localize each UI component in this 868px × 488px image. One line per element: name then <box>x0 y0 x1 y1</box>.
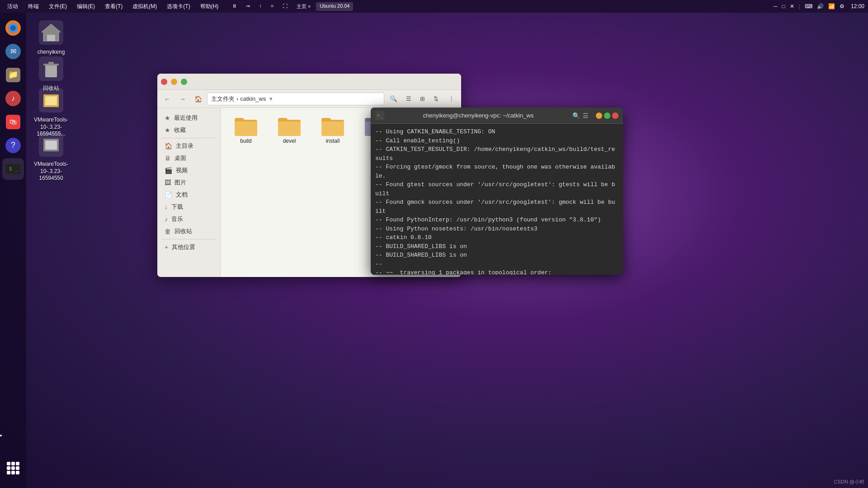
taskbar-terminal[interactable]: 终端 <box>24 2 42 11</box>
taskbar-input-icon[interactable]: ⌨ <box>805 3 812 9</box>
dock-rhythmbox[interactable]: ♪ <box>2 88 24 109</box>
term-app-icon: >_ <box>375 111 384 120</box>
desktop-icon-home[interactable]: chenyikeng <box>31 18 71 56</box>
dock-thunderbird[interactable]: ✉ <box>2 41 24 62</box>
taskbar-home-tab[interactable]: 主页 × <box>293 2 314 11</box>
taskbar-share-btn[interactable]: ⌗ <box>267 2 277 11</box>
fm-sidebar-divider2 <box>161 239 217 239</box>
taskbar-send-btn[interactable]: ⇒ <box>242 2 254 11</box>
taskbar-minimize-icon[interactable]: ─ <box>774 3 778 9</box>
fm-menu-btn[interactable]: ⋮ <box>445 93 458 105</box>
svg-rect-20 <box>43 64 59 66</box>
taskbar-volume-icon[interactable]: 🔊 <box>817 3 824 9</box>
fm-sidebar-documents-label: 文档 <box>176 191 188 199</box>
taskbar-view[interactable]: 查看(T) <box>101 2 126 11</box>
fm-sidebar-trash[interactable]: 🗑 回收站 <box>159 225 218 237</box>
music-icon: ♪ <box>165 216 168 223</box>
term-line-9: -- catkin 0.8.10 <box>375 233 618 242</box>
fm-sidebar-desktop[interactable]: 🖥 桌面 <box>159 152 218 164</box>
fm-breadcrumb-current[interactable]: catkin_ws <box>240 95 266 102</box>
svg-point-2 <box>10 25 16 31</box>
term-line-5: -- Found gtest sources under '/usr/src/g… <box>375 180 618 198</box>
desktop-icon-sidebar: 🖥 <box>165 155 171 162</box>
fm-sidebar-music[interactable]: ♪ 音乐 <box>159 213 218 225</box>
taskbar-activities[interactable]: 活动 <box>4 2 22 11</box>
fm-sidebar-other[interactable]: + 其他位置 <box>159 241 218 253</box>
term-title-text: chenyikeng@chenyikeng-vpc: ~/catkin_ws <box>388 112 569 119</box>
fm-sidebar-pictures-label: 图片 <box>175 178 186 187</box>
fm-close-btn[interactable] <box>161 79 167 85</box>
fm-back-btn[interactable]: ← <box>161 93 174 105</box>
taskbar-close-icon[interactable]: ✕ <box>790 3 794 9</box>
svg-rect-19 <box>45 65 57 77</box>
fm-list-view-btn[interactable]: ☰ <box>402 93 415 105</box>
fm-breadcrumb-sep: › <box>236 95 238 102</box>
fm-toolbar: ← → 🏠 主文件夹 › catkin_ws ▾ 🔍 ☰ ⊞ ⇅ ⋮ <box>157 90 461 108</box>
term-minimize-btn[interactable] <box>596 113 602 119</box>
term-menu-icon[interactable]: ☰ <box>583 112 589 119</box>
documents-icon: 📄 <box>165 191 172 198</box>
videos-icon: 🎬 <box>165 167 172 174</box>
fm-sidebar-videos-label: 视频 <box>176 166 188 174</box>
svg-rect-17 <box>47 35 55 41</box>
taskbar-file[interactable]: 文件(E) <box>45 2 71 11</box>
term-line-7: -- Found PythonInterp: /usr/bin/python3 … <box>375 216 618 225</box>
term-close-btn[interactable] <box>612 113 618 119</box>
term-line-4: -- Forcing gtest/gmock from source, thou… <box>375 163 618 180</box>
term-maximize-btn[interactable] <box>604 113 610 119</box>
taskbar-snap-btn[interactable]: ↑ <box>255 2 265 11</box>
fm-sidebar-pictures[interactable]: 🖼 图片 <box>159 177 218 188</box>
fm-sidebar-recent-label: 最近使用 <box>174 114 198 122</box>
term-line-11: -- BUILD_SHARED_LIBS is on <box>375 251 618 260</box>
taskbar-help[interactable]: 帮助(H) <box>197 2 222 11</box>
fm-sidebar-recent[interactable]: ★ 最近使用 <box>159 112 218 124</box>
fm-sidebar-home[interactable]: 🏠 主目录 <box>159 140 218 152</box>
fm-forward-btn[interactable]: → <box>176 93 189 105</box>
dock-terminal[interactable]: $ _ <box>2 158 24 180</box>
svg-rect-21 <box>48 62 54 64</box>
fm-sidebar-documents[interactable]: 📄 文档 <box>159 189 218 201</box>
fm-sidebar-downloads[interactable]: ↓ 下载 <box>159 201 218 213</box>
taskbar-settings-icon[interactable]: ⚙ <box>840 3 844 9</box>
taskbar-tabs[interactable]: 选项卡(T) <box>163 2 193 11</box>
fm-folder-build[interactable]: build <box>228 115 264 144</box>
fm-folder-devel[interactable]: devel <box>271 115 307 144</box>
fm-home-btn[interactable]: 🏠 <box>192 93 204 105</box>
term-line-8: -- Using Python nosetests: /usr/bin/nose… <box>375 225 618 234</box>
fm-sort-btn[interactable]: ⇅ <box>429 93 442 105</box>
taskbar-vm[interactable]: 虚拟机(M) <box>129 2 160 11</box>
term-line-13: -- ~~ traversing 1 packages in topologic… <box>375 268 618 275</box>
taskbar-time: 12:00 <box>851 3 864 9</box>
dock-help[interactable]: ? <box>2 135 24 156</box>
fm-minimize-btn[interactable] <box>171 79 177 85</box>
taskbar-ubuntu-tab[interactable]: Ubuntu 20.04 <box>316 2 353 11</box>
fm-sidebar-music-label: 音乐 <box>171 215 183 223</box>
fm-maximize-btn[interactable] <box>181 79 187 85</box>
term-content[interactable]: -- Using CATKIN_ENABLE_TESTING: ON -- Ca… <box>371 124 623 275</box>
taskbar-pause-btn[interactable]: ⏸ <box>228 2 241 11</box>
taskbar-fullscreen-btn[interactable]: ⛶ <box>279 2 291 11</box>
fm-sidebar-bookmarks[interactable]: ★ 收藏 <box>159 124 218 136</box>
dock-files[interactable]: 📁 <box>2 64 24 86</box>
fm-grid-view-btn[interactable]: ⊞ <box>416 93 429 105</box>
desktop-icon-vmtools2[interactable]: VMwareTools-10-.3.23-16594550 <box>31 130 71 182</box>
fm-sidebar-videos[interactable]: 🎬 视频 <box>159 164 218 176</box>
taskbar: 活动 终端 文件(E) 编辑(E) 查看(T) 虚拟机(M) 选项卡(T) 帮助… <box>0 0 868 13</box>
term-search-icon[interactable]: 🔍 <box>572 112 580 119</box>
term-line-3: -- CATKIN_TEST_RESULTS_DIR: /home/chenyi… <box>375 145 618 163</box>
dock-appcenter[interactable]: 🛍 <box>2 111 24 133</box>
home-icon: 🏠 <box>165 142 172 150</box>
fm-breadcrumb-dropdown[interactable]: ▾ <box>269 95 273 102</box>
fm-titlebar <box>157 74 461 90</box>
app-grid-button[interactable] <box>2 457 24 479</box>
taskbar-edit[interactable]: 编辑(E) <box>73 2 99 11</box>
fm-search-btn[interactable]: 🔍 <box>387 93 400 105</box>
taskbar-restore-icon[interactable]: □ <box>782 3 785 9</box>
fm-folder-install[interactable]: install <box>315 115 351 144</box>
dock: ✉ 📁 ♪ 🛍 ? $ _ <box>0 13 26 488</box>
desktop-icon-vmtools2-label: VMwareTools-10-.3.23-16594550 <box>31 161 71 182</box>
fm-breadcrumb-home[interactable]: 主文件夹 <box>211 95 235 103</box>
dock-firefox[interactable] <box>2 17 24 39</box>
terminal-window: >_ chenyikeng@chenyikeng-vpc: ~/catkin_w… <box>371 108 623 275</box>
taskbar-network-icon[interactable]: 📶 <box>828 3 835 9</box>
